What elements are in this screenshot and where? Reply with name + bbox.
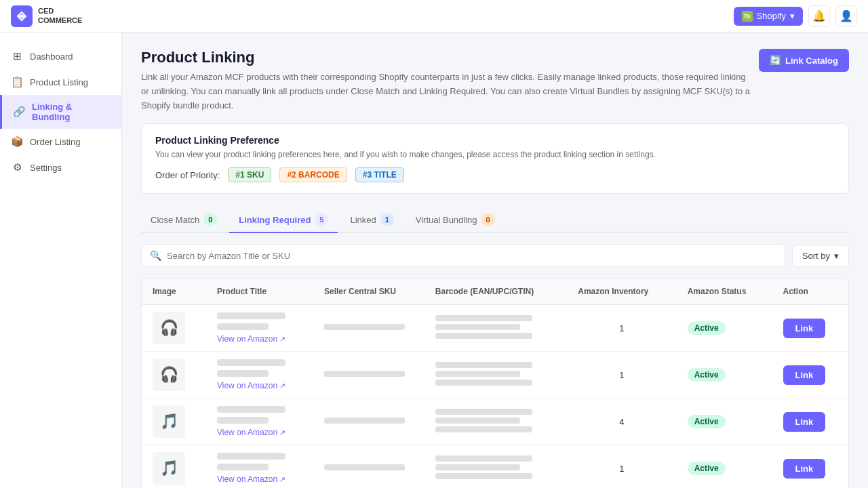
barcode-line2-3	[435, 464, 520, 470]
link-button-1[interactable]: Link	[783, 365, 826, 385]
sidebar-label-settings: Settings	[30, 163, 62, 173]
priority-label: Order of Priority:	[155, 170, 220, 180]
product-title-blur-0	[217, 312, 285, 319]
product-table: Image Product Title Seller Central SKU B…	[141, 278, 849, 488]
sidebar-item-product-listing[interactable]: 📋 Product Listing	[0, 69, 121, 95]
tab-linked-label: Linked	[350, 215, 376, 225]
cell-image-0: 🎧	[142, 305, 206, 352]
cell-sku-2	[313, 399, 425, 445]
link-catalog-icon: 🔄	[770, 55, 781, 66]
sidebar-item-linking-bundling[interactable]: 🔗 Linking & Bundling	[0, 95, 121, 129]
user-profile-button[interactable]: 👤	[835, 5, 857, 27]
product-subtitle-blur-2	[217, 417, 269, 424]
priority-row: Order of Priority: #1 SKU #2 BARCODE #3 …	[155, 167, 835, 182]
tab-linking-required-badge: 5	[315, 213, 328, 226]
link-catalog-button[interactable]: 🔄 Link Catalog	[759, 49, 849, 72]
brand-logo: CEDCOMMERCE	[0, 0, 122, 33]
cell-title-0: View on Amazon ↗	[206, 305, 313, 352]
link-button-0[interactable]: Link	[783, 319, 826, 338]
cell-status-3: Active	[677, 445, 772, 488]
product-subtitle-blur-3	[217, 464, 269, 470]
cell-barcode-2	[425, 399, 567, 445]
view-on-amazon-link-0[interactable]: View on Amazon ↗	[217, 334, 302, 344]
barcode-line1-3	[435, 455, 532, 462]
tab-virtual-bundling[interactable]: Virtual Bundling 0	[406, 207, 505, 233]
external-link-icon-3: ↗	[279, 475, 285, 484]
col-action: Action	[772, 279, 848, 305]
sidebar-item-dashboard[interactable]: ⊞ Dashboard	[0, 43, 121, 69]
external-link-icon-1: ↗	[279, 382, 285, 390]
sidebar-item-order-listing[interactable]: 📦 Order Listing	[0, 129, 121, 155]
search-sort-row: 🔍 Sort by ▾	[141, 244, 849, 267]
cell-action-1: Link	[772, 352, 848, 399]
sidebar-label-dashboard: Dashboard	[30, 52, 73, 62]
product-image-2: 🎵	[153, 405, 185, 438]
cell-title-3: View on Amazon ↗	[206, 445, 313, 488]
shopify-button[interactable]: 🛍 Shopify ▾	[734, 7, 803, 26]
dashboard-icon: ⊞	[11, 50, 23, 62]
table: Image Product Title Seller Central SKU B…	[142, 279, 848, 488]
badge-barcode: #2 BARCODE	[279, 167, 347, 182]
product-subtitle-blur-0	[217, 323, 269, 330]
link-button-3[interactable]: Link	[783, 459, 826, 479]
sidebar-item-settings[interactable]: ⚙ Settings	[0, 155, 121, 180]
barcode-line3-2	[435, 426, 532, 432]
cell-image-3: 🎵	[142, 445, 206, 488]
cell-title-2: View on Amazon ↗	[206, 399, 313, 445]
col-product-title: Product Title	[206, 279, 313, 305]
cell-sku-0	[313, 305, 425, 352]
search-box[interactable]: 🔍	[141, 244, 785, 267]
view-on-amazon-link-3[interactable]: View on Amazon ↗	[217, 474, 302, 484]
view-on-amazon-label-1: View on Amazon	[217, 381, 277, 390]
tab-close-match[interactable]: Close Match 0	[141, 207, 226, 233]
sort-button[interactable]: Sort by ▾	[792, 245, 849, 267]
barcode-line2-1	[435, 371, 520, 377]
sku-blur-2	[324, 418, 405, 424]
view-on-amazon-link-1[interactable]: View on Amazon ↗	[217, 381, 302, 390]
cell-title-1: View on Amazon ↗	[206, 352, 313, 399]
product-subtitle-blur-1	[217, 370, 269, 377]
tab-linked[interactable]: Linked 1	[340, 207, 403, 233]
table-row: 🎧 View on Amazon ↗ 1 Active	[142, 305, 848, 352]
col-image: Image	[142, 279, 206, 305]
tab-linking-required[interactable]: Linking Required 5	[229, 207, 338, 233]
notification-button[interactable]: 🔔	[808, 5, 830, 27]
product-image-3: 🎵	[153, 452, 185, 485]
cell-inventory-3: 1	[567, 445, 676, 488]
tab-close-match-label: Close Match	[151, 215, 199, 225]
product-title-blur-3	[217, 453, 285, 460]
external-link-icon-0: ↗	[279, 335, 285, 344]
preference-card: Product Linking Preference You can view …	[141, 123, 849, 194]
status-badge-3: Active	[688, 462, 726, 475]
page-header-left: Product Linking Link all your Amazon MCF…	[141, 49, 751, 113]
sku-blur-3	[324, 464, 405, 470]
product-title-blur-1	[217, 359, 285, 366]
cell-barcode-1	[425, 352, 567, 399]
tab-virtual-bundling-label: Virtual Bundling	[416, 215, 477, 225]
logo-text: CEDCOMMERCE	[38, 7, 82, 24]
barcode-line1-2	[435, 409, 532, 415]
status-badge-1: Active	[688, 368, 726, 382]
col-amazon-status: Amazon Status	[677, 279, 772, 305]
view-on-amazon-link-2[interactable]: View on Amazon ↗	[217, 428, 302, 437]
linking-icon: 🔗	[13, 106, 25, 118]
sidebar-label-orders: Order Listing	[30, 137, 80, 147]
badge-title: #3 TITLE	[355, 167, 404, 182]
barcode-line1-1	[435, 362, 532, 368]
table-row: 🎵 View on Amazon ↗ 1 Active	[142, 445, 848, 488]
page-header: Product Linking Link all your Amazon MCF…	[141, 49, 849, 113]
link-button-2[interactable]: Link	[783, 412, 826, 432]
tabs: Close Match 0 Linking Required 5 Linked …	[141, 207, 849, 233]
sku-blur-0	[324, 324, 405, 330]
search-input[interactable]	[167, 251, 776, 261]
barcode-line3-0	[435, 333, 532, 339]
sort-label: Sort by	[802, 251, 830, 261]
cell-inventory-2: 4	[567, 399, 676, 445]
col-amazon-inventory: Amazon Inventory	[567, 279, 676, 305]
preference-title: Product Linking Preference	[155, 135, 835, 146]
bell-icon: 🔔	[812, 9, 826, 22]
topbar: CEDCOMMERCE 🛍 Shopify ▾ 🔔 👤	[0, 0, 868, 33]
barcode-line1-0	[435, 315, 532, 321]
preference-description: You can view your product linking prefer…	[155, 150, 835, 159]
chevron-down-icon: ▾	[790, 11, 795, 21]
